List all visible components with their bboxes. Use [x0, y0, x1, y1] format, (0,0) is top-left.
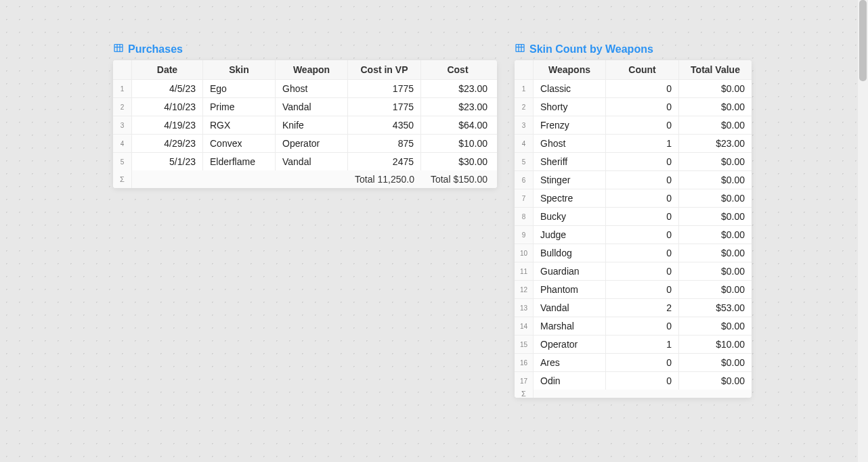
- cell-skin[interactable]: Prime: [203, 98, 276, 116]
- cell-weapon[interactable]: Vandal: [276, 98, 348, 116]
- cell-date[interactable]: 4/5/23: [132, 80, 203, 97]
- table-row[interactable]: 10Bulldog0$0.00: [515, 244, 752, 262]
- table-row[interactable]: 3Frenzy0$0.00: [515, 116, 752, 135]
- cell-value[interactable]: $0.00: [679, 153, 752, 170]
- cell-date[interactable]: 5/1/23: [132, 153, 203, 170]
- cell-value[interactable]: $0.00: [679, 281, 752, 298]
- cell-count[interactable]: 0: [606, 244, 679, 262]
- cell-vp[interactable]: 1775: [348, 98, 421, 116]
- table-row[interactable]: 4Ghost1$23.00: [515, 135, 752, 153]
- cell-value[interactable]: $0.00: [679, 116, 752, 134]
- table-row[interactable]: 2Shorty0$0.00: [515, 98, 752, 116]
- cell-count[interactable]: 0: [606, 189, 679, 207]
- cell-skin[interactable]: RGX: [203, 116, 276, 134]
- table-row[interactable]: 9Judge0$0.00: [515, 226, 752, 244]
- cell-weapon[interactable]: Marshal: [534, 317, 606, 335]
- cell-vp[interactable]: 1775: [348, 80, 421, 97]
- cell-date[interactable]: 4/29/23: [132, 135, 203, 152]
- cell-weapon[interactable]: Operator: [276, 135, 348, 152]
- cell-skin[interactable]: Convex: [203, 135, 276, 152]
- table-row[interactable]: 17Odin0$0.00: [515, 372, 752, 390]
- cell-cost[interactable]: $23.00: [421, 98, 494, 116]
- cell-count[interactable]: 0: [606, 98, 679, 116]
- cell-weapon[interactable]: Bulldog: [534, 244, 606, 262]
- table-row[interactable]: 6Stinger0$0.00: [515, 171, 752, 189]
- cell-vp[interactable]: 2475: [348, 153, 421, 170]
- cell-cost[interactable]: $64.00: [421, 116, 494, 134]
- cell-value[interactable]: $0.00: [679, 98, 752, 116]
- cell-count[interactable]: 0: [606, 354, 679, 371]
- cell-value[interactable]: $0.00: [679, 80, 752, 97]
- table-row[interactable]: 13Vandal2$53.00: [515, 299, 752, 317]
- cell-count[interactable]: 0: [606, 116, 679, 134]
- cell-value[interactable]: $0.00: [679, 262, 752, 280]
- cell-weapon[interactable]: Vandal: [276, 153, 348, 170]
- cell-cost[interactable]: $23.00: [421, 80, 494, 97]
- cell-value[interactable]: $0.00: [679, 354, 752, 371]
- cell-weapon[interactable]: Stinger: [534, 171, 606, 189]
- cell-weapon[interactable]: Spectre: [534, 189, 606, 207]
- cell-count[interactable]: 2: [606, 299, 679, 317]
- cell-weapon[interactable]: Classic: [534, 80, 606, 97]
- cell-value[interactable]: $0.00: [679, 171, 752, 189]
- cell-value[interactable]: $53.00: [679, 299, 752, 317]
- cell-weapon[interactable]: Odin: [534, 372, 606, 390]
- cell-value[interactable]: $0.00: [679, 372, 752, 390]
- table-row[interactable]: 1Classic0$0.00: [515, 80, 752, 98]
- cell-date[interactable]: 4/19/23: [132, 116, 203, 134]
- cell-count[interactable]: 0: [606, 281, 679, 298]
- purchases-title-bar[interactable]: Purchases: [113, 43, 497, 56]
- cell-value[interactable]: $0.00: [679, 317, 752, 335]
- col-header-cost[interactable]: Cost: [421, 60, 494, 79]
- cell-weapon[interactable]: Shorty: [534, 98, 606, 116]
- cell-weapon[interactable]: Vandal: [534, 299, 606, 317]
- cell-weapon[interactable]: Judge: [534, 226, 606, 244]
- cell-date[interactable]: 4/10/23: [132, 98, 203, 116]
- table-row[interactable]: 8Bucky0$0.00: [515, 208, 752, 226]
- cell-cost[interactable]: $30.00: [421, 153, 494, 170]
- cell-value[interactable]: $0.00: [679, 208, 752, 225]
- table-row[interactable]: 11Guardian0$0.00: [515, 262, 752, 281]
- cell-weapon[interactable]: Ghost: [534, 135, 606, 152]
- cell-skin[interactable]: Elderflame: [203, 153, 276, 170]
- cell-value[interactable]: $0.00: [679, 244, 752, 262]
- cell-value[interactable]: $10.00: [679, 336, 752, 353]
- table-row[interactable]: 24/10/23PrimeVandal1775$23.00: [113, 98, 497, 116]
- cell-weapon[interactable]: Knife: [276, 116, 348, 134]
- cell-count[interactable]: 0: [606, 262, 679, 280]
- table-row[interactable]: 34/19/23RGXKnife4350$64.00: [113, 116, 497, 135]
- cell-vp[interactable]: 4350: [348, 116, 421, 134]
- cell-weapon[interactable]: Operator: [534, 336, 606, 353]
- cell-skin[interactable]: Ego: [203, 80, 276, 97]
- table-row[interactable]: 55/1/23ElderflameVandal2475$30.00: [113, 153, 497, 170]
- cell-vp[interactable]: 875: [348, 135, 421, 152]
- cell-weapon[interactable]: Phantom: [534, 281, 606, 298]
- cell-count[interactable]: 0: [606, 372, 679, 390]
- cell-count[interactable]: 0: [606, 171, 679, 189]
- cell-count[interactable]: 1: [606, 336, 679, 353]
- cell-value[interactable]: $23.00: [679, 135, 752, 152]
- table-row[interactable]: 16Ares0$0.00: [515, 354, 752, 372]
- col-header-skin[interactable]: Skin: [203, 60, 276, 79]
- scrollbar-thumb[interactable]: [859, 0, 867, 81]
- cell-value[interactable]: $0.00: [679, 189, 752, 207]
- col-header-count[interactable]: Count: [606, 60, 679, 79]
- cell-count[interactable]: 0: [606, 317, 679, 335]
- table-row[interactable]: 7Spectre0$0.00: [515, 189, 752, 208]
- cell-count[interactable]: 0: [606, 80, 679, 97]
- cell-weapon[interactable]: Sheriff: [534, 153, 606, 170]
- cell-weapon[interactable]: Bucky: [534, 208, 606, 225]
- cell-weapon[interactable]: Ares: [534, 354, 606, 371]
- table-row[interactable]: 14Marshal0$0.00: [515, 317, 752, 336]
- cell-weapon[interactable]: Frenzy: [534, 116, 606, 134]
- col-header-weapon[interactable]: Weapons: [534, 60, 606, 79]
- weapons-title-bar[interactable]: Skin Count by Weapons: [515, 43, 752, 56]
- cell-count[interactable]: 0: [606, 153, 679, 170]
- table-row[interactable]: 12Phantom0$0.00: [515, 281, 752, 299]
- vertical-scrollbar[interactable]: [858, 0, 868, 462]
- cell-weapon[interactable]: Ghost: [276, 80, 348, 97]
- table-row[interactable]: 14/5/23EgoGhost1775$23.00: [113, 80, 497, 98]
- cell-cost[interactable]: $10.00: [421, 135, 494, 152]
- cell-count[interactable]: 0: [606, 208, 679, 225]
- table-row[interactable]: 15Operator1$10.00: [515, 336, 752, 354]
